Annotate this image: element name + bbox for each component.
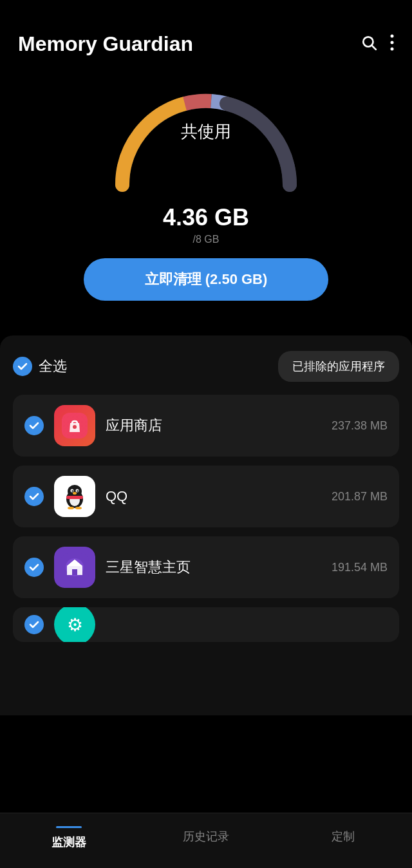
app-icon-app4: ⚙	[54, 607, 95, 642]
list-section: 全选 已排除的应用程序	[0, 335, 412, 715]
select-all-row: 全选 已排除的应用程序	[13, 351, 399, 382]
app-name-2: 三星智慧主页	[106, 558, 321, 577]
nav-active-indicator	[56, 826, 82, 828]
excluded-apps-button[interactable]: 已排除的应用程序	[278, 351, 399, 382]
svg-point-18	[75, 507, 82, 509]
nav-label-monitor: 监测器	[52, 835, 86, 850]
nav-label-customize: 定制	[332, 829, 355, 844]
nav-label-history: 历史记录	[183, 829, 229, 844]
select-all-left[interactable]: 全选	[13, 357, 67, 376]
gauge-section: 共使用 4.36 GB /8 GB 立即清理 (2.50 GB)	[0, 69, 412, 320]
svg-point-15	[73, 492, 77, 495]
app-checkbox-2[interactable]	[24, 558, 44, 577]
app-item[interactable]: 三星智慧主页 191.54 MB	[13, 536, 399, 598]
nav-item-monitor[interactable]: 监测器	[0, 824, 137, 853]
app-item[interactable]: 应用商店 237.38 MB	[13, 395, 399, 457]
select-all-checkbox[interactable]	[13, 357, 32, 376]
svg-point-17	[68, 507, 74, 509]
svg-point-6	[73, 425, 77, 429]
more-icon[interactable]	[390, 34, 394, 55]
app-checkbox-0[interactable]	[24, 416, 44, 435]
svg-point-13	[71, 490, 73, 491]
header: Memory Guardian	[0, 0, 412, 69]
app-size-1: 201.87 MB	[332, 490, 388, 504]
app-icon-appstore	[54, 405, 95, 446]
bottom-nav: 监测器 历史记录 定制	[0, 813, 412, 868]
app-size-2: 191.54 MB	[332, 561, 388, 574]
header-actions	[360, 34, 394, 55]
svg-rect-22	[72, 569, 77, 575]
gauge-used-label: 共使用	[181, 120, 231, 143]
app-checkbox-3[interactable]	[24, 615, 44, 634]
gauge-container: 共使用	[109, 82, 303, 198]
app-icon-qq	[54, 476, 95, 517]
app-size-0: 237.38 MB	[332, 419, 388, 433]
gauge-label: 共使用	[181, 120, 231, 143]
nav-item-customize[interactable]: 定制	[275, 824, 412, 853]
app-name-1: QQ	[106, 488, 321, 505]
app-item[interactable]: QQ 201.87 MB	[13, 466, 399, 527]
svg-point-2	[391, 34, 394, 37]
svg-point-3	[391, 41, 394, 44]
select-all-label: 全选	[39, 357, 67, 376]
svg-rect-16	[66, 496, 83, 499]
app-checkbox-1[interactable]	[24, 487, 44, 506]
svg-point-14	[77, 490, 78, 491]
svg-line-1	[372, 45, 376, 49]
app-item-partial[interactable]: ⚙	[13, 607, 399, 642]
nav-item-history[interactable]: 历史记录	[137, 824, 274, 853]
app-name-0: 应用商店	[106, 416, 321, 435]
gauge-total-value: /8 GB	[193, 234, 220, 245]
clean-button[interactable]: 立即清理 (2.50 GB)	[84, 258, 328, 301]
gauge-used-value: 4.36 GB	[163, 204, 249, 231]
search-icon[interactable]	[360, 34, 377, 55]
svg-point-4	[391, 47, 394, 50]
app-icon-samsung-home	[54, 547, 95, 588]
page-title: Memory Guardian	[18, 32, 193, 56]
